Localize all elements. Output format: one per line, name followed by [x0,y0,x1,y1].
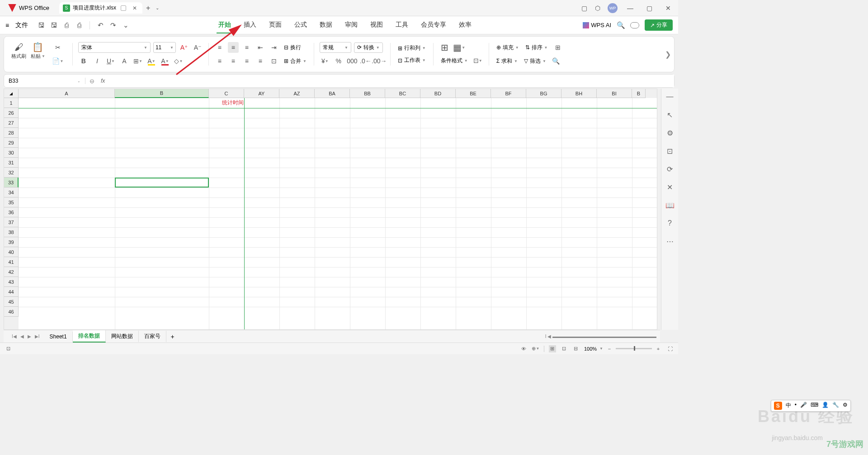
print-icon[interactable]: ⎙ [62,21,71,29]
row-header[interactable]: 44 [4,287,19,297]
col-header-bb[interactable]: BB [350,89,385,98]
copy-icon[interactable]: 📄▼ [52,56,63,66]
zoom-out-icon[interactable]: − [606,345,613,352]
tab-data[interactable]: 数据 [318,17,334,33]
increase-indent-icon[interactable]: ⇥ [269,42,279,53]
page-layout-icon[interactable]: ⊡ [561,345,568,352]
document-tab[interactable]: S 项目进度统计.xlsx ✕ [59,2,142,14]
share-button[interactable]: ↗ 分享 [645,19,673,31]
row-header[interactable]: 29 [4,138,19,148]
row-header[interactable]: 40 [4,247,19,257]
row-header[interactable]: 1 [4,98,19,108]
decrease-font-icon[interactable]: A⁻ [192,42,203,53]
row-header[interactable]: 32 [4,168,19,178]
justify-icon[interactable]: ≡ [255,56,266,66]
help-icon[interactable]: ? [665,219,675,228]
zoom-level[interactable]: 100% [584,346,597,352]
wps-ai-button[interactable]: WPS AI [583,22,611,28]
add-sheet-button[interactable]: + [166,333,179,340]
tab-start[interactable]: 开始 [217,17,233,33]
status-icon[interactable]: ⊡ [5,345,12,352]
zoom-slider[interactable] [616,348,652,349]
col-header-ba[interactable]: BA [315,89,350,98]
name-box[interactable]: B33 ⌄ [4,78,85,84]
tab-tools[interactable]: 工具 [394,17,410,33]
sheet-next-button[interactable]: ▶ [27,334,32,339]
increase-decimal-icon[interactable]: .00→ [374,56,385,66]
row-header[interactable]: 31 [4,158,19,168]
col-header-bc[interactable]: BC [385,89,420,98]
page-break-icon[interactable]: ⊟ [572,345,580,352]
underline-icon[interactable]: U▼ [105,56,116,66]
tools-icon[interactable]: ✕ [665,183,675,192]
sheet-first-button[interactable]: I◀ [11,334,18,339]
normal-view-icon[interactable]: ⊞ [549,345,556,352]
find-icon[interactable]: 🔍 [551,56,561,66]
print-preview-icon[interactable]: ⎙ [75,21,83,29]
tab-more-button[interactable]: ⌄ [154,5,161,10]
font-color-icon[interactable]: A▼ [160,56,170,66]
strikethrough-icon[interactable]: A [119,56,130,66]
cells-viewport[interactable]: 统计时间 [19,98,657,329]
align-center-icon[interactable]: ≡ [228,56,239,66]
cell-style-button[interactable]: ▦▼ [453,42,465,52]
row-header[interactable]: 30 [4,148,19,158]
highlight-icon[interactable]: A▼ [146,56,157,66]
formula-input[interactable] [108,75,674,87]
cloud-icon[interactable] [630,22,639,28]
row-header[interactable]: 26 [4,108,19,118]
format-painter-button[interactable]: 🖌 格式刷 [11,42,26,66]
cancel-formula-icon[interactable]: ⊖ [85,78,98,84]
sheet-tab-2[interactable]: 排名数据 [73,330,106,342]
cursor-icon[interactable]: ↖ [665,110,675,119]
fill-color-icon[interactable]: ◇▼ [173,56,184,66]
row-header[interactable]: 43 [4,277,19,287]
align-middle-icon[interactable]: ≡ [228,42,239,53]
align-top-icon[interactable]: ≡ [214,42,225,53]
save-as-icon[interactable]: 🖫 [50,21,58,29]
minimize-button[interactable]: — [624,5,637,12]
row-header[interactable]: 46 [4,307,19,317]
increase-font-icon[interactable]: A⁺ [179,42,189,53]
mobile-icon[interactable]: ▢ [580,5,588,12]
font-name-select[interactable]: 宋体▼ [78,42,151,53]
redo-icon[interactable]: ↷ [109,21,117,29]
zoom-in-icon[interactable]: + [655,345,662,352]
col-header-bf[interactable]: BF [491,89,526,98]
filter-button[interactable]: ▽筛选▼ [522,56,548,66]
crop-icon[interactable]: ⊡▼ [472,55,483,66]
tab-page[interactable]: 页面 [267,17,283,33]
tab-insert[interactable]: 插入 [242,17,258,33]
tab-efficiency[interactable]: 效率 [457,17,473,33]
settings-icon[interactable]: ⚙ [665,128,675,137]
align-bottom-icon[interactable]: ≡ [241,42,252,53]
col-header-bi[interactable]: BI [597,89,632,98]
col-header-bh[interactable]: BH [561,89,597,98]
comma-icon[interactable]: 000 [347,56,358,66]
tab-formula[interactable]: 公式 [292,17,309,33]
sheet-tab-1[interactable]: Sheet1 [44,332,73,342]
horizontal-scrollbar[interactable]: I ◀ ▬▬▬▬▬▬▬▬▬▬▬▬▬▬▬▬▬▬▬▬▬▬▬ [545,334,656,339]
cube-icon[interactable]: ⬡ [594,5,601,12]
number-format-select[interactable]: 常规▼ [320,42,351,53]
tab-review[interactable]: 审阅 [343,17,359,33]
col-header-c[interactable]: C [209,89,244,98]
convert-button[interactable]: ⟳转换▼ [354,42,383,53]
row-header[interactable]: 36 [4,207,19,217]
ribbon-expand-button[interactable]: ❯ [663,45,672,63]
percent-icon[interactable]: % [333,56,344,66]
tab-window-icon[interactable] [121,5,126,11]
sheet-tab-4[interactable]: 百家号 [139,331,166,342]
paste-button[interactable]: 📋 粘贴▼ [31,42,45,66]
bold-icon[interactable]: B [78,56,89,66]
sheet-last-button[interactable]: ▶I [34,334,41,339]
col-header-b[interactable]: B [115,89,209,98]
italic-icon[interactable]: I [92,56,103,66]
qa-more-icon[interactable]: ⌄ [122,21,130,29]
sheet-prev-button[interactable]: ◀ [19,334,25,339]
row-header[interactable]: 45 [4,297,19,307]
user-avatar[interactable]: WP [608,3,618,13]
merge-button[interactable]: ⊞合并▼ [282,56,308,66]
cond-format-button[interactable]: 条件格式▼ [439,56,470,66]
wrap-text-button[interactable]: ⊟换行 [282,43,303,52]
